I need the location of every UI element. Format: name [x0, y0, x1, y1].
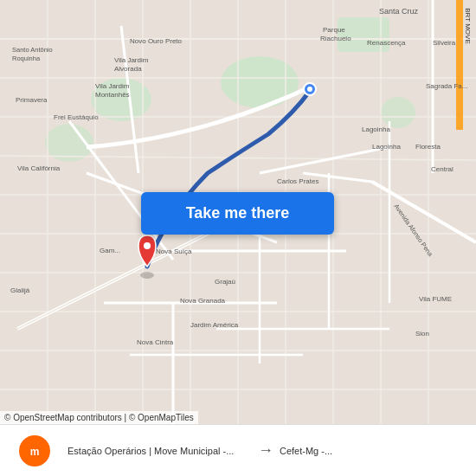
svg-text:Vila Jardim: Vila Jardim	[95, 82, 130, 90]
svg-text:Novo Ouro Preto: Novo Ouro Preto	[130, 37, 183, 45]
svg-text:Santa Cruz: Santa Cruz	[379, 7, 419, 16]
svg-text:Central: Central	[431, 165, 453, 173]
svg-text:Carlos Prates: Carlos Prates	[277, 177, 318, 185]
map-container: BRT MOVE Santa Cruz Renascença Silveira …	[0, 0, 476, 424]
svg-text:Alvorada: Alvorada	[114, 65, 142, 73]
svg-text:Vila Califórnia: Vila Califórnia	[17, 164, 61, 172]
svg-text:Silveira: Silveira	[433, 39, 456, 47]
svg-text:Grajaú: Grajaú	[215, 278, 235, 286]
svg-text:BRT MOVE: BRT MOVE	[464, 8, 472, 44]
svg-text:Nova Granada: Nova Granada	[180, 297, 226, 305]
svg-point-4	[381, 97, 415, 128]
svg-text:Vila FUME: Vila FUME	[419, 295, 452, 303]
svg-text:Primavera: Primavera	[16, 96, 48, 104]
svg-text:Roquinha: Roquinha	[12, 55, 41, 62]
svg-text:Renascença: Renascença	[367, 39, 406, 47]
svg-text:Lagoinha: Lagoinha	[362, 125, 390, 133]
svg-text:Nova Suíça: Nova Suíça	[156, 248, 192, 255]
station-to-label: Cefet-Mg -...	[276, 446, 467, 456]
svg-text:Parque: Parque	[323, 26, 345, 34]
svg-rect-25	[456, 0, 463, 130]
svg-text:Floresta: Floresta	[415, 143, 441, 151]
svg-text:Glalijá: Glalijá	[10, 286, 30, 294]
map-attribution: © OpenStreetMap contributors | © OpenMap…	[0, 411, 198, 424]
svg-text:Lagoinha: Lagoinha	[372, 143, 401, 151]
bottom-bar: m Estação Operários | Move Municipal -..…	[0, 424, 476, 476]
svg-point-62	[140, 272, 154, 279]
svg-text:Nova Cintra: Nova Cintra	[137, 338, 174, 346]
svg-text:Riachuelo: Riachuelo	[320, 35, 351, 42]
svg-text:Vila Jardim: Vila Jardim	[114, 56, 149, 64]
svg-text:Frei Eustáquio: Frei Eustáquio	[54, 113, 99, 121]
svg-text:m: m	[30, 445, 40, 457]
station-from-label: Estação Operários | Move Municipal -...	[68, 446, 255, 456]
direction-arrow: →	[255, 441, 276, 460]
svg-text:Jardim América: Jardim América	[190, 321, 239, 329]
svg-point-61	[307, 87, 312, 92]
svg-text:Montanhês: Montanhês	[95, 91, 130, 99]
svg-text:Gam...: Gam...	[100, 247, 120, 254]
svg-text:Sagrada Fa...: Sagrada Fa...	[426, 82, 467, 90]
svg-text:Sion: Sion	[415, 330, 429, 338]
take-me-there-button[interactable]: Take me there	[141, 192, 334, 235]
svg-point-1	[221, 56, 299, 108]
svg-text:Santo Antônio: Santo Antônio	[12, 46, 53, 54]
svg-point-63	[144, 242, 151, 249]
moovit-icon: m	[19, 435, 50, 466]
moovit-logo: m	[9, 435, 61, 466]
